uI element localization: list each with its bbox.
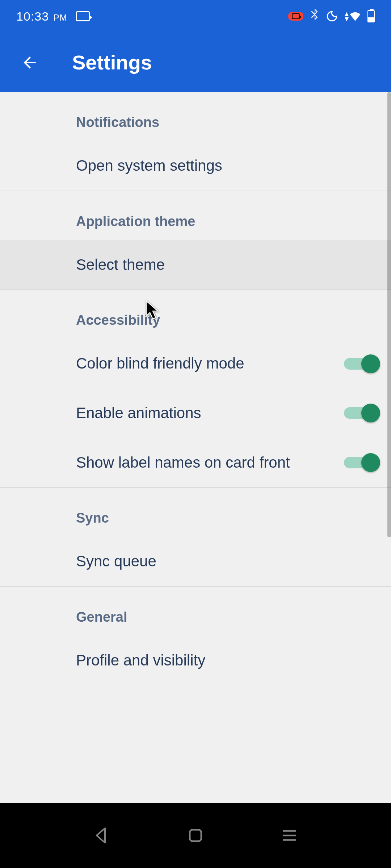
row-label: Profile and visibility xyxy=(76,650,205,671)
section-header-general: General xyxy=(0,587,391,636)
row-show-label-names[interactable]: Show label names on card front xyxy=(0,438,391,488)
row-color-blind-mode[interactable]: Color blind friendly mode xyxy=(0,339,391,388)
system-nav-bar xyxy=(0,803,391,868)
dnd-moon-icon xyxy=(326,10,338,22)
nav-home-button[interactable] xyxy=(185,825,206,846)
nav-back-button[interactable] xyxy=(91,825,112,846)
row-label: Show label names on card front xyxy=(76,452,290,473)
section-header-accessibility: Accessibility xyxy=(0,290,391,339)
svg-rect-0 xyxy=(190,830,201,841)
time-ampm: PM xyxy=(54,13,67,22)
row-label: Open system settings xyxy=(76,156,222,176)
toggle-animations[interactable] xyxy=(344,404,380,422)
toggle-color-blind[interactable] xyxy=(344,354,380,373)
toggle-label-names[interactable] xyxy=(344,453,380,472)
status-bar: 10:33 PM ▴▾ xyxy=(0,0,391,33)
row-profile-visibility[interactable]: Profile and visibility xyxy=(0,636,391,685)
row-enable-animations[interactable]: Enable animations xyxy=(0,388,391,438)
camera-indicator-icon xyxy=(76,11,90,21)
row-open-system-settings[interactable]: Open system settings xyxy=(0,141,391,191)
bluetooth-icon xyxy=(310,8,319,24)
scroll-indicator xyxy=(387,92,391,537)
mouse-cursor-icon xyxy=(146,300,160,320)
section-header-sync: Sync xyxy=(0,488,391,537)
wifi-icon: ▴▾ xyxy=(345,11,361,21)
row-label: Enable animations xyxy=(76,403,201,424)
row-label: Sync queue xyxy=(76,551,156,572)
row-label: Color blind friendly mode xyxy=(76,353,244,374)
status-time: 10:33 PM xyxy=(16,9,67,24)
nav-recent-button[interactable] xyxy=(279,825,300,846)
row-sync-queue[interactable]: Sync queue xyxy=(0,537,391,586)
app-bar: Settings xyxy=(0,33,391,92)
section-header-theme: Application theme xyxy=(0,191,391,240)
row-label: Select theme xyxy=(76,255,165,275)
recording-badge-icon xyxy=(288,12,303,21)
row-select-theme[interactable]: Select theme xyxy=(0,240,391,290)
settings-list[interactable]: Notifications Open system settings Appli… xyxy=(0,92,391,803)
back-button[interactable] xyxy=(20,53,39,72)
section-header-notifications: Notifications xyxy=(0,92,391,141)
time-value: 10:33 xyxy=(16,9,49,23)
battery-icon xyxy=(367,10,375,22)
page-title: Settings xyxy=(72,51,152,74)
